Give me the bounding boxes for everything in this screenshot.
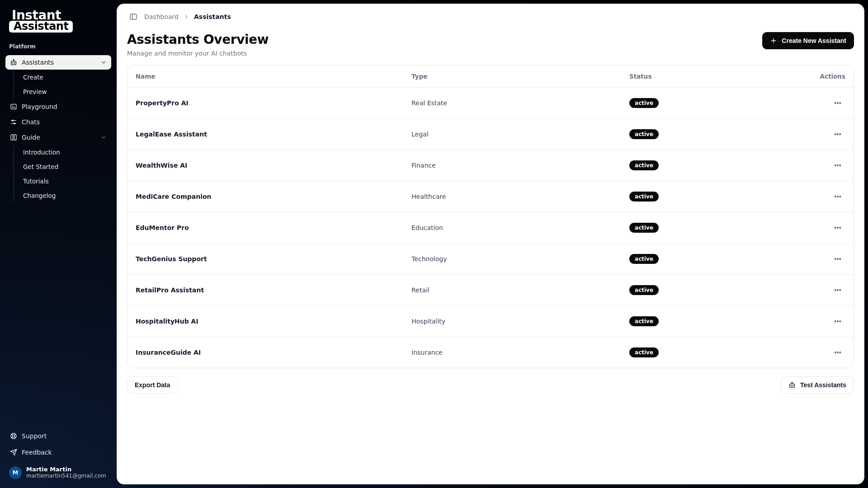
sidebar-item-changelog[interactable]: Changelog	[19, 189, 111, 202]
cell-actions	[781, 306, 854, 337]
svg-point-34	[840, 227, 840, 228]
sidebar-nav: Assistants Create Preview Playground	[5, 55, 111, 202]
sidebar-item-support[interactable]: Support	[5, 429, 111, 443]
terminal-icon	[10, 103, 17, 110]
svg-rect-47	[790, 384, 795, 387]
col-header-actions: Actions	[781, 66, 854, 88]
export-data-button[interactable]: Export Data	[127, 376, 178, 394]
svg-point-24	[837, 134, 838, 135]
cell-status: active	[621, 337, 781, 368]
topbar: Dashboard Assistants	[117, 4, 864, 29]
cell-name: PropertyPro AI	[127, 88, 403, 119]
breadcrumb-root[interactable]: Dashboard	[144, 13, 179, 20]
life-buoy-icon	[10, 432, 17, 440]
bot-icon	[788, 381, 796, 389]
svg-point-21	[837, 103, 838, 103]
row-actions-button[interactable]	[830, 128, 845, 141]
toggle-sidebar-button[interactable]	[127, 10, 140, 23]
sidebar-item-introduction[interactable]: Introduction	[19, 145, 111, 159]
brand-line2: Assistant	[9, 21, 73, 33]
table-row: LegalEase AssistantLegalactive	[127, 119, 854, 150]
row-actions-button[interactable]	[830, 284, 845, 296]
cell-name: MediCare Companion	[127, 181, 403, 212]
cell-status: active	[621, 275, 781, 306]
cell-name: EduMentor Pro	[127, 212, 403, 244]
send-icon	[10, 449, 17, 456]
row-actions-button[interactable]	[830, 346, 845, 359]
assistants-table-card: Name Type Status Actions PropertyPro AIR…	[127, 65, 854, 368]
cell-type: Real Estate	[403, 88, 621, 119]
user-info: Martie Martin martiemartin541@gmail.com	[26, 466, 106, 479]
sidebar-item-tutorials[interactable]: Tutorials	[19, 174, 111, 188]
svg-line-15	[14, 434, 16, 435]
chevron-down-icon	[100, 59, 107, 66]
svg-point-28	[840, 165, 840, 166]
svg-point-22	[840, 103, 840, 103]
more-horizontal-icon	[834, 224, 842, 232]
svg-point-50	[793, 385, 793, 386]
row-actions-button[interactable]	[830, 190, 845, 203]
cell-status: active	[621, 88, 781, 119]
svg-point-40	[840, 290, 840, 291]
sidebar-item-guide[interactable]: Guide	[5, 130, 111, 145]
cell-status: active	[621, 119, 781, 150]
svg-point-30	[837, 196, 838, 197]
user-menu[interactable]: M Martie Martin martiemartin541@gmail.co…	[5, 461, 111, 482]
sidebar-item-label: Tutorials	[23, 178, 49, 185]
sidebar-item-get-started[interactable]: Get Started	[19, 160, 111, 174]
svg-rect-16	[130, 14, 137, 19]
cell-actions	[781, 119, 854, 150]
cell-type: Insurance	[403, 337, 621, 368]
sidebar-item-label: Chats	[22, 118, 40, 126]
svg-point-35	[835, 258, 836, 259]
svg-line-14	[11, 437, 13, 438]
main-panel: Dashboard Assistants Assistants Overview…	[117, 4, 864, 484]
row-actions-button[interactable]	[830, 315, 845, 328]
row-actions-button[interactable]	[830, 221, 845, 234]
row-actions-button[interactable]	[830, 159, 845, 172]
plus-icon	[770, 37, 777, 44]
col-header-status: Status	[621, 66, 781, 88]
cell-actions	[781, 150, 854, 181]
more-horizontal-icon	[834, 348, 842, 357]
svg-point-38	[835, 290, 836, 291]
cell-status: active	[621, 306, 781, 337]
sidebar-item-label: Preview	[23, 88, 47, 95]
cell-type: Legal	[403, 119, 621, 150]
sidebar-item-feedback[interactable]: Feedback	[5, 445, 111, 460]
breadcrumb-current: Assistants	[194, 13, 231, 20]
page-content: Assistants Overview Manage and monitor y…	[117, 29, 864, 404]
cell-status: active	[621, 181, 781, 212]
panel-left-icon	[129, 13, 137, 21]
table-row: EduMentor ProEducationactive	[127, 212, 854, 244]
brand-logo[interactable]: Instant Assistant	[5, 6, 111, 37]
create-assistant-button[interactable]: Create New Assistant	[762, 32, 854, 49]
sidebar-item-chats[interactable]: Chats	[5, 115, 111, 129]
more-horizontal-icon	[834, 317, 842, 325]
sidebar-item-create[interactable]: Create	[19, 70, 111, 84]
status-badge: active	[629, 223, 659, 233]
svg-point-48	[792, 382, 792, 382]
sidebar-footer: Support Feedback M Martie Martin martiem…	[5, 425, 111, 482]
cell-type: Retail	[403, 275, 621, 306]
more-horizontal-icon	[834, 286, 842, 294]
row-actions-button[interactable]	[830, 253, 845, 265]
cell-type: Education	[403, 212, 621, 244]
assistants-table: Name Type Status Actions PropertyPro AIR…	[127, 66, 854, 368]
sidebar-item-playground[interactable]: Playground	[5, 99, 111, 114]
status-badge: active	[629, 160, 659, 170]
sidebar-item-label: Introduction	[23, 149, 60, 156]
table-row: MediCare CompanionHealthcareactive	[127, 181, 854, 212]
svg-point-39	[837, 290, 838, 291]
sidebar-item-assistants[interactable]: Assistants	[5, 55, 111, 70]
sidebar-item-preview[interactable]: Preview	[19, 85, 111, 99]
cell-name: TechGenius Support	[127, 244, 403, 275]
row-actions-button[interactable]	[830, 97, 845, 109]
sidebar-sub-guide: Introduction Get Started Tutorials Chang…	[14, 145, 111, 202]
test-assistants-button[interactable]: Test Assistants	[781, 376, 854, 394]
cell-name: RetailPro Assistant	[127, 275, 403, 306]
sidebar-section-platform: Platform	[5, 42, 111, 51]
svg-point-20	[835, 103, 836, 103]
svg-point-3	[14, 63, 14, 63]
cell-actions	[781, 212, 854, 244]
